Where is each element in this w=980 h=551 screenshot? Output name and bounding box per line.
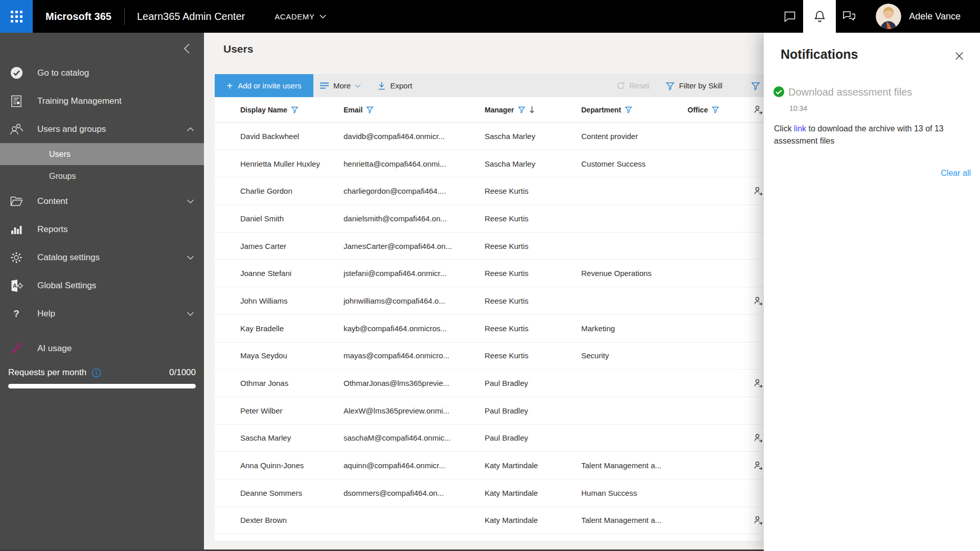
notification-time: 10:34	[789, 104, 807, 112]
sidebar-item-help[interactable]: ? Help	[0, 300, 204, 328]
column-header-display-name[interactable]: Display Name	[215, 106, 344, 114]
funnel-icon	[751, 81, 760, 90]
cell-manager: Katy Martindale	[485, 461, 581, 470]
impersonate-icon[interactable]	[753, 433, 763, 443]
sidebar-item-go-to-catalog[interactable]: Go to catalog	[0, 59, 204, 87]
impersonate-icon[interactable]	[753, 378, 763, 388]
cell-manager: Reese Kurtis	[485, 351, 581, 360]
filter-by-skill-label: Filter by Skill	[679, 81, 722, 90]
brand-title[interactable]: Microsoft 365	[45, 11, 111, 22]
filter-by-skill-button[interactable]: Filter by Skill	[662, 74, 726, 97]
sidebar-item-reports[interactable]: Reports	[0, 215, 204, 243]
plus-icon: +	[227, 81, 233, 91]
cell-email: kayb@compafi464.onmicros...	[344, 324, 485, 333]
cell-display-name: Dexter Brown	[215, 516, 344, 524]
success-check-icon	[773, 86, 785, 98]
download-link[interactable]: link	[794, 124, 806, 133]
add-or-invite-users-button[interactable]: + Add or invite users	[215, 74, 313, 97]
column-header-email[interactable]: Email	[344, 106, 485, 114]
top-bar: Microsoft 365 Learn365 Admin Center ACAD…	[0, 0, 980, 33]
column-header-department[interactable]: Department	[581, 106, 688, 114]
column-header-office[interactable]: Office	[688, 106, 744, 114]
notifications-button[interactable]	[803, 0, 836, 33]
sidebar-item-label: Help	[37, 309, 55, 319]
chat-button[interactable]	[777, 0, 803, 33]
sidebar-item-global-settings[interactable]: A Global Settings	[0, 271, 204, 300]
reset-button[interactable]: Reset	[612, 74, 653, 97]
svg-text:A: A	[13, 283, 17, 289]
sidebar-item-ai-usage[interactable]: AI usage	[0, 334, 204, 362]
sidebar-item-label: Reports	[37, 224, 68, 235]
cell-display-name: Othmar Jonas	[215, 379, 344, 387]
funnel-icon	[666, 81, 675, 90]
feedback-icon	[842, 10, 856, 23]
requests-progress-bar	[8, 384, 196, 388]
funnel-icon[interactable]	[518, 106, 526, 113]
toolbar-right: Reset Filter by Skill F	[612, 74, 773, 97]
funnel-icon[interactable]	[625, 106, 632, 113]
sidebar-item-label: Catalog settings	[37, 252, 100, 263]
funnel-icon[interactable]	[366, 106, 374, 113]
funnel-icon[interactable]	[291, 106, 299, 113]
reset-label: Reset	[629, 81, 649, 90]
cell-display-name: Sascha Marley	[215, 433, 344, 442]
sidebar-item-catalog-settings[interactable]: Catalog settings	[0, 243, 204, 271]
impersonate-icon[interactable]	[753, 186, 763, 196]
cell-manager: Sascha Marley	[485, 132, 581, 141]
cell-manager: Reese Kurtis	[485, 269, 581, 278]
app-title[interactable]: Learn365 Admin Center	[137, 11, 245, 22]
avatar	[876, 4, 901, 29]
close-icon[interactable]	[952, 49, 966, 62]
waffle-icon	[11, 11, 22, 22]
cell-display-name: Joanne Stefani	[215, 269, 344, 278]
impersonate-icon[interactable]	[753, 515, 763, 525]
more-button[interactable]: More	[315, 74, 365, 97]
folder-icon	[9, 195, 24, 207]
export-button[interactable]: Export	[373, 74, 416, 97]
reset-icon	[617, 81, 625, 90]
feedback-button[interactable]	[836, 0, 862, 33]
cell-display-name: Daniel Smith	[215, 214, 344, 223]
column-header-manager[interactable]: Manager	[485, 106, 581, 114]
tenant-selector[interactable]: ACADEMY	[275, 0, 326, 33]
cell-manager: Reese Kurtis	[485, 324, 581, 333]
cell-email: OthmarJonas@lms365previe...	[344, 379, 485, 387]
cell-display-name: Deanne Sommers	[215, 489, 344, 497]
info-icon[interactable]	[92, 368, 101, 378]
account-button[interactable]: Adele Vance	[862, 0, 980, 33]
clear-all-link[interactable]: Clear all	[941, 169, 971, 178]
sidebar-item-groups[interactable]: Groups	[0, 165, 204, 187]
cell-department: Content provider	[581, 132, 688, 141]
sidebar-item-users[interactable]: Users	[0, 143, 204, 165]
cell-department: Customer Success	[581, 159, 688, 168]
impersonate-icon[interactable]	[753, 296, 763, 306]
cell-email: aquinn@compafi464.onmicr...	[344, 461, 485, 470]
funnel-icon[interactable]	[712, 106, 719, 113]
cell-manager: Paul Bradley	[485, 406, 581, 415]
cell-email: henrietta@compafi464.onmi...	[344, 159, 485, 168]
sidebar-item-content[interactable]: Content	[0, 187, 204, 215]
cell-manager: Paul Bradley	[485, 433, 581, 442]
sidebar-collapse-button[interactable]	[178, 40, 196, 57]
chat-icon	[783, 10, 796, 23]
app-launcher-button[interactable]	[0, 0, 33, 33]
impersonate-icon[interactable]	[753, 461, 763, 470]
more-lines-icon	[320, 82, 329, 89]
cell-display-name: Kay Bradelle	[215, 324, 344, 333]
sidebar-item-training-management[interactable]: Training Management	[0, 87, 204, 115]
cell-manager: Reese Kurtis	[485, 296, 581, 305]
cell-email: JamesCarter@compafi464.on...	[344, 242, 485, 250]
column-label: Manager	[485, 106, 514, 114]
cell-department: Marketing	[581, 324, 688, 333]
column-label: Office	[688, 106, 708, 114]
sidebar-item-users-and-groups[interactable]: Users and groups	[0, 115, 204, 143]
requests-per-month: Requests per month 0/1000	[0, 368, 204, 378]
cell-display-name: Peter Wilber	[215, 406, 344, 415]
cell-email: davidb@compafi464.onmicr...	[344, 132, 485, 141]
topbar-divider	[124, 8, 125, 25]
chevron-down-icon	[187, 309, 194, 319]
cell-email: charliegordon@compafi464....	[344, 187, 485, 195]
sidebar-item-label: Training Management	[37, 96, 122, 106]
cell-display-name: Charlie Gordon	[215, 187, 344, 195]
cell-display-name: John Williams	[215, 296, 344, 305]
